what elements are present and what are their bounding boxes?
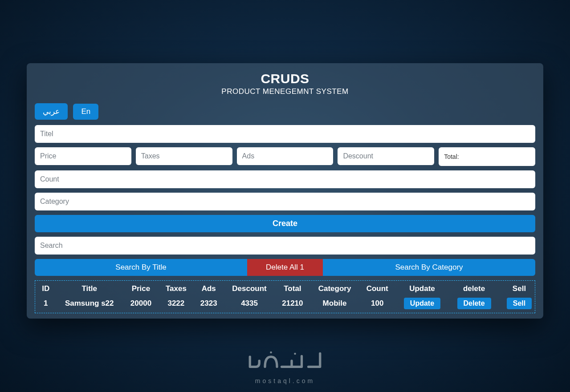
mostaql-logo-icon [245,346,325,377]
cell-title: Samsung s22 [56,296,123,313]
lang-arabic-button[interactable]: عربي [35,103,68,120]
table-header-row: ID Title Price Taxes Ads Descount Total … [36,282,535,296]
table-container[interactable]: ID Title Price Taxes Ads Descount Total … [35,280,535,313]
search-by-category-button[interactable]: Search By Category [323,259,535,276]
th-total: Total [275,282,310,296]
th-count: Count [359,282,395,296]
app-card: CRUDS PRODUCT MENEGEMNT SYSTEM عربي En T… [27,63,543,319]
table-row: 1Samsung s222000032222323433521210Mobile… [36,296,535,313]
count-input[interactable] [35,170,535,188]
create-button[interactable]: Create [35,215,535,232]
th-category: Category [310,282,359,296]
cell-discount: 4335 [224,296,275,313]
th-id: ID [36,282,56,296]
svg-point-0 [270,352,272,354]
cell-taxes: 3222 [159,296,194,313]
title-input[interactable] [35,125,535,143]
footer-brand-text: mostaql.com [245,377,325,384]
footer-logo: mostaql.com [245,346,325,384]
cell-total: 21210 [275,296,310,313]
search-input[interactable] [35,237,535,255]
ads-input[interactable] [237,147,334,165]
th-delete: delete [449,282,499,296]
page-title: CRUDS [35,71,535,86]
th-ads: Ads [194,282,224,296]
th-taxes: Taxes [159,282,194,296]
products-table: ID Title Price Taxes Ads Descount Total … [36,282,535,313]
delete-all-button[interactable]: Delete All 1 [247,259,323,276]
search-by-title-button[interactable]: Search By Title [35,259,247,276]
th-title: Title [56,282,123,296]
th-discount: Descount [224,282,275,296]
th-update: Update [395,282,449,296]
svg-point-1 [294,353,296,355]
cell-count: 100 [359,296,395,313]
th-price: Price [123,282,159,296]
cell-category: Mobile [310,296,359,313]
th-sell: Sell [499,282,535,296]
header: CRUDS PRODUCT MENEGEMNT SYSTEM [35,71,535,96]
taxes-input[interactable] [136,147,232,165]
cell-ads: 2323 [194,296,224,313]
language-row: عربي En [35,103,535,120]
delete-button[interactable]: Delete [457,298,491,309]
discount-input[interactable] [338,147,434,165]
page-subtitle: PRODUCT MENEGEMNT SYSTEM [35,87,535,96]
price-input[interactable] [35,147,131,165]
cell-id: 1 [36,296,56,313]
category-input[interactable] [35,193,535,210]
cell-price: 20000 [123,296,159,313]
sell-button[interactable]: Sell [507,298,532,309]
lang-english-button[interactable]: En [73,104,98,120]
total-display: Total: [439,147,535,166]
update-button[interactable]: Update [404,298,440,309]
